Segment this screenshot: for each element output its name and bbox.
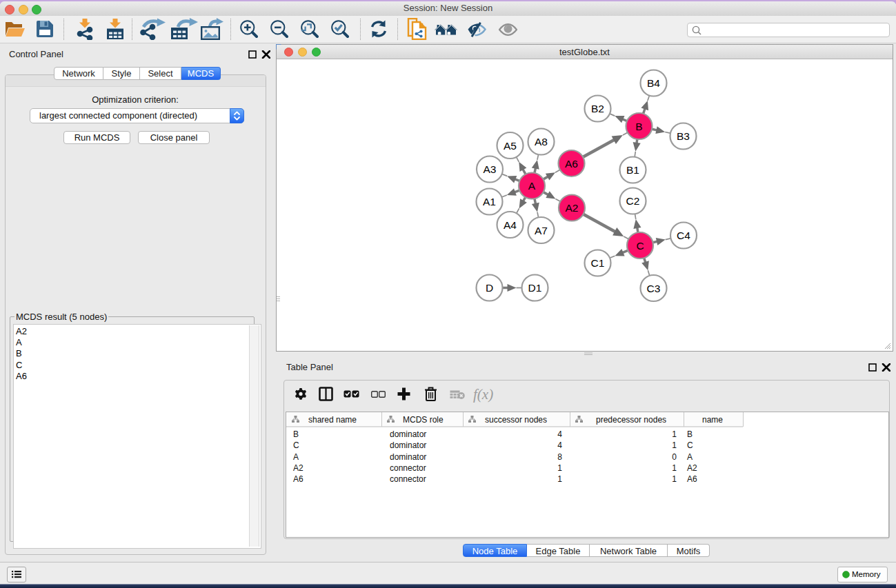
svg-text:C1: C1 <box>591 257 605 269</box>
svg-text:1: 1 <box>672 429 677 439</box>
svg-text:shared name: shared name <box>308 415 357 425</box>
svg-text:A7: A7 <box>535 225 548 236</box>
svg-text:A6: A6 <box>293 474 303 484</box>
svg-text:C: C <box>636 240 644 252</box>
svg-text:A: A <box>528 180 536 192</box>
svg-text:4: 4 <box>557 440 562 450</box>
svg-text:A1: A1 <box>483 196 496 207</box>
svg-text:C4: C4 <box>677 230 690 241</box>
svg-text:0: 0 <box>672 452 677 462</box>
svg-text:D1: D1 <box>528 282 542 294</box>
svg-text:4: 4 <box>557 429 562 439</box>
svg-text:A: A <box>293 452 299 462</box>
svg-text:C: C <box>687 440 693 450</box>
svg-text:A2: A2 <box>293 463 303 473</box>
svg-text:1: 1 <box>557 474 562 484</box>
svg-text:B: B <box>635 121 642 132</box>
svg-text:dominator: dominator <box>390 452 426 462</box>
svg-text:name: name <box>702 415 723 425</box>
svg-text:C3: C3 <box>647 283 661 294</box>
svg-text:MCDS role: MCDS role <box>403 415 444 425</box>
svg-text:A8: A8 <box>535 136 548 148</box>
svg-text:A4: A4 <box>504 219 517 231</box>
svg-text:successor nodes: successor nodes <box>485 415 547 425</box>
svg-text:B2: B2 <box>591 103 604 114</box>
svg-text:connector: connector <box>390 474 426 484</box>
svg-text:A2: A2 <box>687 463 697 473</box>
svg-text:A2: A2 <box>566 202 579 214</box>
svg-text:A: A <box>687 452 693 462</box>
svg-text:connector: connector <box>390 463 426 473</box>
svg-text:B4: B4 <box>647 77 660 89</box>
svg-text:predecessor nodes: predecessor nodes <box>596 415 666 425</box>
svg-text:8: 8 <box>557 452 562 462</box>
svg-text:1: 1 <box>672 440 677 450</box>
svg-text:dominator: dominator <box>390 429 426 439</box>
svg-text:A3: A3 <box>484 163 497 175</box>
svg-text:B: B <box>293 429 299 439</box>
svg-text:1: 1 <box>672 474 677 484</box>
svg-text:A6: A6 <box>687 474 697 484</box>
svg-text:A6: A6 <box>565 158 578 170</box>
svg-text:B1: B1 <box>626 164 639 176</box>
svg-text:C2: C2 <box>626 195 640 207</box>
svg-text:B: B <box>687 429 693 439</box>
svg-text:C: C <box>293 440 299 450</box>
svg-text:B3: B3 <box>677 130 690 142</box>
svg-text:D: D <box>486 282 493 294</box>
svg-text:dominator: dominator <box>390 440 426 450</box>
svg-text:1: 1 <box>672 463 677 473</box>
svg-text:A5: A5 <box>504 140 517 152</box>
svg-text:1: 1 <box>557 463 562 473</box>
